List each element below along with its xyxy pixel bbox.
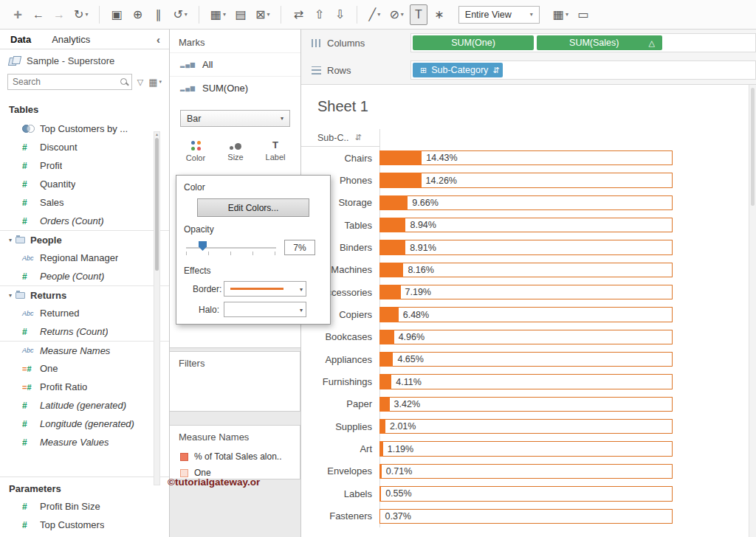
sales-bar[interactable] (379, 150, 422, 165)
sort-descending-icon[interactable]: ⇩ (331, 4, 348, 25)
chart-row[interactable]: Chairs14.43% (301, 147, 749, 169)
sales-bar[interactable] (379, 173, 422, 187)
field-row[interactable]: =#Profit Ratio (0, 378, 169, 396)
sales-bar[interactable] (379, 352, 393, 367)
duplicate-sheet-icon[interactable]: ▤ (232, 4, 250, 25)
pill-sum-one[interactable]: SUM(One) (413, 35, 534, 50)
tableau-logo-icon[interactable]: + (9, 4, 27, 25)
chart-row[interactable]: Furnishings4.11% (301, 370, 749, 392)
chart-row[interactable]: Tables8.94% (301, 214, 749, 236)
marks-layer-row[interactable]: ▂▄▆SUM(One) (170, 76, 300, 100)
field-row[interactable]: #Profit Bin Size (0, 497, 169, 516)
field-row[interactable]: #Latitude (generated) (0, 396, 169, 415)
opacity-slider-thumb[interactable] (199, 241, 207, 251)
presentation-mode-icon[interactable]: ▭ (574, 4, 592, 25)
chart-row[interactable]: Phones14.26% (301, 169, 749, 191)
rows-shelf-area[interactable]: ⊞Sub-Category⇵ (410, 60, 756, 80)
pill-sum-sales[interactable]: SUM(Sales)△ (537, 35, 662, 50)
sales-bar[interactable] (379, 464, 382, 479)
pause-updates-icon[interactable]: ∥ (149, 4, 167, 25)
mark-type-dropdown[interactable]: Bar ▾ (180, 110, 290, 127)
sales-bar[interactable] (379, 218, 405, 232)
datasource-row[interactable]: Sample - Superstore (0, 49, 169, 72)
sheet-scrollbar[interactable] (749, 85, 756, 537)
collapse-panel-icon[interactable]: ‹ (157, 33, 169, 46)
refresh-data-icon[interactable]: ↺▾ (170, 4, 190, 25)
field-row[interactable]: #Profit (0, 156, 169, 175)
filter-icon[interactable]: ▽ (137, 77, 143, 87)
folder-row[interactable]: ▾People (0, 230, 169, 249)
field-row[interactable]: #Returns (Count) (0, 322, 169, 341)
field-row[interactable]: #Orders (Count) (0, 212, 169, 230)
sales-bar[interactable] (379, 441, 383, 456)
measure-names-legend[interactable]: Measure Names % of Total Sales alon..One (170, 425, 300, 479)
border-dropdown[interactable]: ▾ (224, 281, 306, 297)
pill-sub-category[interactable]: ⊞Sub-Category⇵ (413, 63, 503, 77)
row-field-header[interactable]: Sub-C.. ⇵ (301, 129, 379, 147)
sales-bar[interactable] (379, 397, 390, 412)
chart-row[interactable]: Labels0.55% (301, 482, 749, 505)
sales-bar[interactable] (379, 419, 385, 434)
field-row[interactable]: #Longitude (generated) (0, 415, 169, 433)
folder-row[interactable]: ▾Returns (0, 285, 169, 304)
swap-rows-columns-icon[interactable]: ⇄ (289, 4, 307, 25)
halo-dropdown[interactable]: ▾ (224, 302, 306, 317)
highlight-icon[interactable]: ╱▾ (365, 4, 383, 25)
sales-bar[interactable] (379, 509, 380, 524)
sales-bar[interactable] (379, 285, 401, 299)
undo-icon[interactable]: ← (30, 4, 47, 25)
opacity-value[interactable]: 7% (284, 240, 315, 255)
sales-bar[interactable] (379, 307, 399, 322)
field-row[interactable]: AbcRegional Manager (0, 249, 169, 267)
sales-bar[interactable] (379, 486, 381, 501)
new-worksheet-icon[interactable]: ▦▾ (207, 4, 229, 25)
size-button[interactable]: Size (219, 134, 252, 168)
label-button[interactable]: TLabel (258, 134, 292, 168)
field-row[interactable]: #People (Count) (0, 267, 169, 285)
redo-icon[interactable]: → (50, 4, 68, 25)
field-row[interactable]: Top Customers by ... (0, 119, 169, 138)
show-me-icon[interactable]: ▦▾ (550, 4, 571, 25)
field-row[interactable]: #Quantity (0, 175, 169, 193)
marks-layer-row[interactable]: ▂▄▆All (170, 52, 300, 76)
replay-icon[interactable]: ↻▾ (71, 4, 91, 25)
legend-item[interactable]: % of Total Sales alon.. (170, 448, 300, 465)
chart-row[interactable]: Binders8.91% (301, 236, 749, 258)
chart-row[interactable]: Envelopes0.71% (301, 460, 749, 482)
chart-row[interactable]: Copiers6.48% (301, 303, 749, 325)
tab-analytics[interactable]: Analytics (41, 30, 100, 49)
field-row[interactable]: #Discount (0, 138, 169, 156)
chart-row[interactable]: Paper3.42% (301, 393, 749, 415)
search-input[interactable] (7, 74, 132, 90)
scrollbar-thumb[interactable] (155, 138, 159, 271)
filters-card[interactable]: Filters (170, 351, 300, 412)
fit-dropdown[interactable]: Entire View▾ (458, 6, 540, 24)
field-row[interactable]: #Top Customers (0, 516, 169, 534)
edit-colors-button[interactable]: Edit Colors... (197, 198, 309, 217)
save-icon[interactable]: ▣ (108, 4, 126, 25)
clear-sheet-icon[interactable]: ⊠▾ (252, 4, 272, 25)
columns-shelf-area[interactable]: SUM(One)SUM(Sales)△ (410, 33, 756, 52)
chart-row[interactable]: Art1.19% (301, 437, 749, 460)
chart-row[interactable]: Supplies2.01% (301, 415, 749, 437)
chart-row[interactable]: Fasteners0.37% (301, 505, 749, 527)
scroll-up-icon[interactable]: ▴ (154, 131, 159, 136)
scrollbar-thumb[interactable] (751, 88, 755, 206)
data-panel-scrollbar[interactable]: ▴ (154, 131, 160, 485)
chart-row[interactable]: Machines8.16% (301, 259, 749, 281)
chart-row[interactable]: Appliances4.65% (301, 348, 749, 370)
color-button[interactable]: Color (179, 134, 213, 168)
show-mark-labels-button[interactable]: T (410, 4, 427, 25)
field-row[interactable]: AbcMeasure Names (0, 341, 169, 359)
field-row[interactable]: AbcReturned (0, 304, 169, 322)
chart-row[interactable]: Accessories7.19% (301, 281, 749, 303)
field-row[interactable]: #Measure Values (0, 433, 169, 451)
field-row[interactable]: =#One (0, 359, 169, 378)
sales-bar[interactable] (379, 195, 408, 210)
tab-data[interactable]: Data (0, 30, 41, 49)
sales-bar[interactable] (379, 374, 391, 389)
sales-bar[interactable] (379, 330, 394, 344)
chart-row[interactable]: Bookcases4.96% (301, 326, 749, 348)
view-options-icon[interactable]: ▦ ▾ (148, 77, 162, 88)
format-wand-icon[interactable]: ∗ (430, 4, 448, 25)
